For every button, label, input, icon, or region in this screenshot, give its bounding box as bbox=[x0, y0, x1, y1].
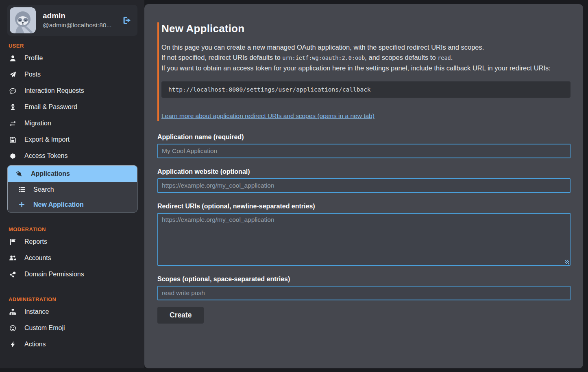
user-secret-icon bbox=[9, 104, 17, 111]
bolt-icon bbox=[9, 341, 17, 348]
user-card: admin @admin@localhost:80... bbox=[7, 5, 137, 36]
list-icon bbox=[17, 186, 26, 193]
user-icon bbox=[9, 55, 17, 62]
user-display-name: admin bbox=[43, 11, 115, 21]
page-title: New Application bbox=[161, 22, 571, 35]
sidebar-item-applications[interactable]: Applications bbox=[8, 166, 137, 182]
sidebar-section-moderation: MODERATION Reports Accounts Domain Permi… bbox=[7, 218, 137, 282]
sidebar-item-label: Interaction Requests bbox=[24, 87, 84, 94]
plus-icon bbox=[17, 201, 26, 208]
exchange-arrows-icon bbox=[9, 120, 17, 127]
scopes-input[interactable] bbox=[157, 286, 571, 300]
intro-line-1: On this page you can create a new manage… bbox=[161, 42, 571, 53]
sidebar-section-administration: ADMINISTRATION Instance Custom Emoji Act… bbox=[7, 288, 137, 352]
plug-icon bbox=[15, 171, 23, 177]
redirect-uris-textarea[interactable] bbox=[157, 213, 571, 266]
application-website-label: Application website (optional) bbox=[157, 168, 571, 175]
app-layout: admin @admin@localhost:80... USER Profil… bbox=[0, 0, 588, 368]
sidebar-item-label: Actions bbox=[24, 341, 46, 348]
comment-dots-icon bbox=[9, 88, 17, 94]
sidebar-item-label: Accounts bbox=[24, 254, 51, 262]
sidebar-item-label: Instance bbox=[24, 308, 49, 315]
sidebar-item-label: Migration bbox=[24, 120, 51, 127]
learn-more-link[interactable]: Learn more about application redirect UR… bbox=[161, 112, 375, 120]
application-website-group: Application website (optional) bbox=[157, 168, 571, 193]
sidebar-item-domain-permissions[interactable]: Domain Permissions bbox=[7, 266, 137, 282]
application-name-label: Application name (required) bbox=[157, 133, 571, 141]
sidebar-section-user: USER Profile Posts Interaction Requests bbox=[7, 43, 137, 212]
logout-icon[interactable] bbox=[122, 15, 132, 25]
floppy-save-icon bbox=[9, 136, 17, 143]
sidebar-item-label: Export & Import bbox=[24, 136, 70, 143]
application-name-group: Application name (required) bbox=[157, 133, 571, 158]
paper-plane-icon bbox=[9, 71, 17, 78]
sidebar-item-applications-search[interactable]: Search bbox=[8, 182, 137, 197]
read-scope-code: read bbox=[438, 55, 451, 61]
sidebar-item-email-password[interactable]: Email & Password bbox=[7, 99, 137, 115]
redirect-uris-label: Redirect URIs (optional, newline-separat… bbox=[157, 203, 571, 210]
avatar bbox=[10, 7, 36, 33]
sidebar-item-access-tokens[interactable]: Access Tokens bbox=[7, 148, 137, 164]
sidebar-item-label: Profile bbox=[24, 55, 43, 62]
sidebar-item-label: Search bbox=[33, 186, 54, 193]
sidebar-item-migration[interactable]: Migration bbox=[7, 115, 137, 131]
user-meta: admin @admin@localhost:80... bbox=[43, 11, 115, 29]
section-header-moderation: MODERATION bbox=[9, 226, 136, 232]
sidebar-item-posts[interactable]: Posts bbox=[7, 66, 137, 83]
sidebar-item-export-import[interactable]: Export & Import bbox=[7, 131, 137, 148]
application-website-input[interactable] bbox=[157, 178, 571, 193]
intro-line-2: If not specified, redirect URIs defaults… bbox=[161, 53, 571, 63]
settings-sidebar: admin @admin@localhost:80... USER Profil… bbox=[0, 0, 144, 368]
application-name-input[interactable] bbox=[157, 144, 571, 158]
scopes-label: Scopes (optional, space-separated entrie… bbox=[157, 276, 571, 283]
section-header-administration: ADMINISTRATION bbox=[9, 296, 136, 302]
oob-code: urn:ietf:wg:oauth:2.0:oob bbox=[282, 55, 365, 61]
sidebar-item-label: Reports bbox=[24, 238, 47, 245]
page-header-block: New Application On this page you can cre… bbox=[157, 22, 571, 121]
sidebar-item-actions[interactable]: Actions bbox=[7, 336, 137, 352]
share-nodes-icon bbox=[9, 271, 17, 278]
callback-url-codeblock: http://localhost:8080/settings/user/appl… bbox=[161, 81, 571, 98]
intro-line-3: If you want to obtain an access token fo… bbox=[161, 63, 571, 73]
redirect-uris-group: Redirect URIs (optional, newline-separat… bbox=[157, 203, 571, 266]
users-icon bbox=[9, 254, 17, 262]
sidebar-item-label: Email & Password bbox=[24, 103, 77, 111]
sidebar-item-label: New Application bbox=[33, 201, 84, 208]
flag-icon bbox=[9, 239, 17, 245]
sidebar-item-label: Access Tokens bbox=[24, 152, 68, 160]
smiley-icon bbox=[9, 325, 17, 332]
sidebar-item-accounts[interactable]: Accounts bbox=[7, 250, 137, 266]
sidebar-item-instance[interactable]: Instance bbox=[7, 304, 137, 320]
main-panel: New Application On this page you can cre… bbox=[144, 4, 583, 368]
applications-group: Applications Search New Application bbox=[7, 165, 137, 212]
create-button[interactable]: Create bbox=[157, 307, 204, 324]
sidebar-item-label: Applications bbox=[31, 170, 70, 177]
sidebar-item-custom-emoji[interactable]: Custom Emoji bbox=[7, 320, 137, 336]
sidebar-item-interaction-requests[interactable]: Interaction Requests bbox=[7, 83, 137, 99]
scopes-group: Scopes (optional, space-separated entrie… bbox=[157, 276, 571, 300]
sitemap-icon bbox=[9, 309, 17, 315]
certificate-icon bbox=[9, 153, 17, 160]
sidebar-item-new-application[interactable]: New Application bbox=[8, 197, 137, 212]
sidebar-item-label: Domain Permissions bbox=[24, 271, 84, 278]
user-handle: @admin@localhost:80... bbox=[43, 21, 115, 30]
sidebar-item-reports[interactable]: Reports bbox=[7, 234, 137, 250]
new-application-form: Application name (required) Application … bbox=[157, 133, 571, 324]
sidebar-item-profile[interactable]: Profile bbox=[7, 50, 137, 66]
applications-subnav: Search New Application bbox=[8, 182, 137, 212]
sidebar-item-label: Posts bbox=[24, 71, 41, 78]
sidebar-item-label: Custom Emoji bbox=[24, 324, 65, 332]
section-header-user: USER bbox=[9, 43, 136, 49]
